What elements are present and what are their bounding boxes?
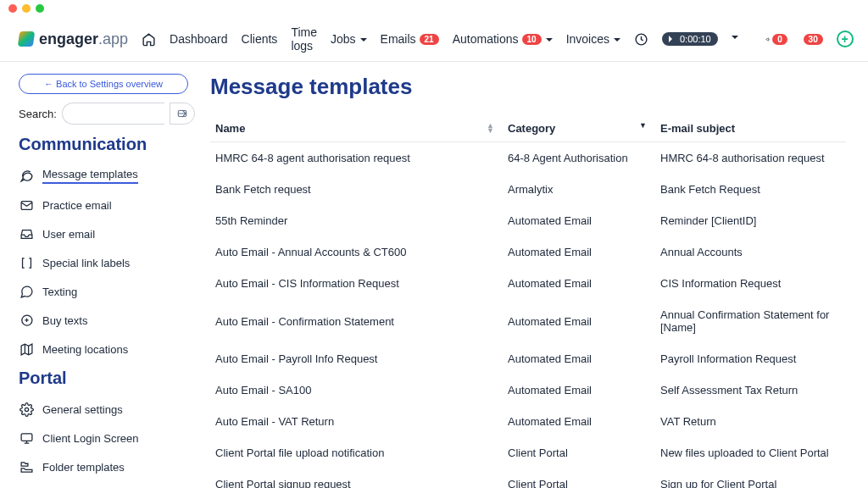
window-close-dot[interactable] [8,4,17,13]
nav-timelogs[interactable]: Time logs [291,25,317,53]
sidebar-item-label: Message templates [42,168,138,184]
back-to-settings-button[interactable]: ← Back to Settings overview [19,74,188,94]
nav-automations-label: Automations [453,32,519,46]
window-max-dot[interactable] [36,4,44,13]
sidebar-item-label: Folder templates [42,461,125,474]
table-row[interactable]: Auto Email - CIS Information RequestAuto… [210,268,846,299]
sidebar-item-meeting-locations[interactable]: Meeting locations [19,335,195,363]
sidebar-item-label: User email [42,228,95,241]
cell-subject: Annual Accounts [655,236,846,268]
sidebar-search-input[interactable] [62,103,164,125]
nav-timelogs-label: Time logs [291,25,317,53]
cell-name: Auto Email - VAT Return [210,406,503,437]
timer-pill[interactable]: 0:00:10 [662,32,718,46]
table-row[interactable]: Bank Fetch requestArmalytixBank Fetch Re… [210,174,846,205]
cell-name: HMRC 64-8 agent authorisation request [210,142,503,175]
cell-name: 55th Reminder [210,205,503,236]
column-label: E-mail subject [660,122,735,135]
sort-icon: ▲▼ [487,123,494,133]
table-row[interactable]: Auto Email - Annual Accounts & CT600Auto… [210,236,846,268]
nav-dashboard-label: Dashboard [170,32,228,46]
top-nav: engager.app Dashboard Clients Time logs … [0,14,868,62]
cell-category: Client Portal [503,469,655,488]
sidebar-item-label: Practice email [42,199,112,212]
brand-name: engager [39,30,98,47]
cell-name: Auto Email - Confirmation Statement [210,299,503,343]
svg-point-4 [25,408,28,411]
sidebar-item-message-templates[interactable]: Message templates [19,161,195,191]
nav-invoices[interactable]: Invoices [566,32,620,46]
sidebar-item-folder-templates[interactable]: Folder templates [19,452,195,481]
svg-rect-5 [21,433,32,440]
announce-button[interactable]: 0 [765,28,787,50]
sidebar-item-user-email[interactable]: User email [19,219,195,248]
home-icon [142,32,156,47]
sidebar-item-texting[interactable]: Texting [19,277,195,306]
brand-suffix: .app [98,30,128,47]
cell-subject: Self Assessment Tax Return [655,374,846,406]
column-label: Name [215,122,245,135]
map-pin-icon [19,341,34,357]
chat-icon [19,169,34,184]
bell-icon [801,32,802,47]
table-row[interactable]: HMRC 64-8 agent authorisation request64-… [210,142,846,175]
timer-value: 0:00:10 [680,34,711,44]
table-row[interactable]: Auto Email - Payroll Info RequestAutomat… [210,343,846,374]
timer-dropdown[interactable] [634,28,648,50]
monitor-icon [19,430,34,446]
templates-table: Name▲▼ Category▼ E-mail subject HMRC 64-… [210,115,846,488]
caret-icon [732,36,738,42]
brackets-icon [19,255,34,270]
column-subject-header[interactable]: E-mail subject [655,115,846,142]
cell-subject: Sign up for Client Portal [655,469,846,488]
table-row[interactable]: Auto Email - VAT ReturnAutomated EmailVA… [210,406,846,437]
cell-category: Automated Email [503,236,655,268]
cell-category: Automated Email [503,406,655,437]
brand-logo[interactable]: engager.app [19,30,128,48]
notifications-button[interactable]: 30 [801,28,823,50]
search-clear-button[interactable] [170,103,195,125]
nav-jobs[interactable]: Jobs [331,32,367,46]
column-category-header[interactable]: Category▼ [503,115,655,142]
sidebar-item-buy-texts[interactable]: Buy texts [19,306,195,335]
table-row[interactable]: Auto Email - Confirmation StatementAutom… [210,299,846,343]
sort-desc-icon: ▼ [639,123,647,128]
cell-name: Auto Email - Payroll Info Request [210,343,503,374]
cell-category: Automated Email [503,268,655,299]
clock-icon [634,32,648,47]
window-min-dot[interactable] [22,4,31,13]
cell-subject: VAT Return [655,406,846,437]
window-chrome [0,0,868,14]
nav-jobs-label: Jobs [331,32,356,46]
cell-category: Automated Email [503,374,655,406]
table-row[interactable]: Auto Email - SA100Automated EmailSelf As… [210,374,846,406]
column-label: Category [508,122,555,135]
nav-automations[interactable]: Automations10 [453,32,553,46]
nav-dashboard[interactable]: Dashboard [170,32,228,46]
add-button[interactable]: + [837,28,854,50]
sidebar-item-special-link-labels[interactable]: Special link labels [19,248,195,277]
nav-clients[interactable]: Clients [242,32,278,46]
table-row[interactable]: Client Portal file upload notificationCl… [210,437,846,469]
cell-category: 64-8 Agent Authorisation [503,142,655,175]
sidebar-item-practice-email[interactable]: Practice email [19,191,195,219]
cell-category: Automated Email [503,299,655,343]
caret-icon [543,32,553,46]
column-name-header[interactable]: Name▲▼ [210,115,503,142]
buy-texts-icon [19,313,34,328]
nav-emails[interactable]: Emails21 [381,32,439,46]
home-button[interactable] [142,28,156,50]
table-row[interactable]: 55th ReminderAutomated EmailReminder [Cl… [210,205,846,236]
gear-icon [19,402,34,417]
sidebar-item-client-login-screen[interactable]: Client Login Screen [19,424,195,452]
inbox-icon [19,226,34,241]
cell-subject: New files uploaded to Client Portal [655,437,846,469]
sidebar-item-general-settings[interactable]: General settings [19,395,195,424]
cell-name: Auto Email - SA100 [210,374,503,406]
megaphone-icon [765,32,771,47]
cell-name: Auto Email - Annual Accounts & CT600 [210,236,503,268]
table-row[interactable]: Client Portal signup requestClient Porta… [210,469,846,488]
cell-category: Automated Email [503,205,655,236]
nav-clients-label: Clients [242,32,278,46]
cell-name: Auto Email - CIS Information Request [210,268,503,299]
